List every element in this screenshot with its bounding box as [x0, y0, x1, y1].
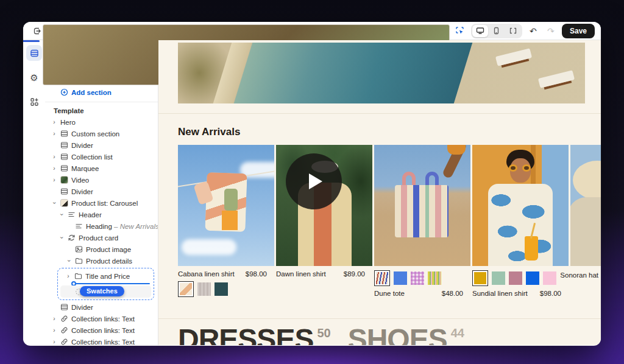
tree-item-divider[interactable]: › Divider: [45, 186, 158, 197]
product-name[interactable]: Dune tote: [374, 290, 405, 297]
swatch-option[interactable]: [543, 271, 556, 285]
chevron-down-icon[interactable]: ›: [58, 212, 65, 218]
tree-item-divider[interactable]: › Divider: [45, 301, 158, 313]
product-name[interactable]: Sundial linen shirt: [472, 290, 528, 297]
product-card-cabana[interactable]: Cabana linen shirt $98.00: [178, 145, 274, 297]
chevron-right-icon[interactable]: ›: [51, 130, 57, 137]
swatch-option[interactable]: [492, 271, 505, 285]
mobile-preview-button[interactable]: [489, 25, 505, 37]
repeat-icon: [68, 234, 76, 242]
desktop-preview-button[interactable]: [472, 25, 488, 37]
tree-item-custom-section[interactable]: › Custom section: [45, 128, 158, 139]
tree-item-product-details[interactable]: › Product details: [45, 255, 158, 267]
tree-item-swatches-ghost[interactable]: Swatches Swatches: [60, 285, 151, 298]
swatch-option[interactable]: [197, 282, 211, 296]
tree-item-title-and-price[interactable]: › Title and Price: [58, 270, 154, 282]
hero-thumbnail-icon: [45, 40, 158, 85]
mobile-icon: [492, 27, 500, 35]
tree-item-video[interactable]: › Video: [45, 174, 158, 186]
swatch-row: [178, 281, 274, 297]
product-name[interactable]: Dawn linen shirt: [276, 270, 326, 278]
tree-item-heading[interactable]: › Heading – New Arrivals: [45, 220, 158, 232]
fullscreen-preview-button[interactable]: [505, 25, 521, 37]
gear-icon: ⚙: [30, 73, 38, 82]
heading-detail: – New Arrivals: [114, 223, 158, 230]
chevron-down-icon[interactable]: ›: [58, 235, 65, 241]
chevron-right-icon[interactable]: ›: [51, 315, 57, 322]
section-icon: [60, 141, 68, 149]
swatch-option[interactable]: [214, 282, 228, 296]
product-image-dune[interactable]: [374, 145, 470, 266]
collection-count: 50: [317, 326, 330, 340]
swatch-option[interactable]: [509, 271, 522, 285]
section-icon: [60, 130, 68, 138]
drag-cursor-pill: Swatches: [80, 286, 124, 296]
theme-settings-button[interactable]: ⚙: [26, 69, 42, 85]
tree-item-collection-list[interactable]: › Collection list: [45, 151, 158, 163]
product-card-dune[interactable]: Dune tote $48.00: [374, 145, 470, 297]
chevron-down-icon[interactable]: ›: [66, 258, 73, 264]
section-divider: [158, 318, 601, 319]
chevron-right-icon[interactable]: ›: [51, 327, 57, 334]
product-card-sundial[interactable]: Sundial linen shirt $98.00: [472, 145, 569, 297]
redo-button[interactable]: ↷: [544, 24, 558, 38]
product-image-sundial[interactable]: [472, 145, 569, 266]
app-blocks-button[interactable]: [26, 94, 42, 110]
chevron-right-icon[interactable]: ›: [65, 273, 71, 279]
chevron-down-icon[interactable]: ›: [51, 200, 58, 206]
tree-item-product-image[interactable]: › Product image: [45, 243, 158, 255]
drop-target-zone: › Title and Price Swatches: [57, 268, 154, 300]
product-image-cabana[interactable]: [178, 145, 274, 266]
tree-item-collection-links-3[interactable]: › Collection links: Text: [45, 336, 158, 345]
save-button[interactable]: Save: [562, 24, 595, 38]
swatch-option[interactable]: [428, 271, 441, 285]
swatch-option[interactable]: [472, 270, 488, 286]
product-price: $48.00: [442, 290, 463, 297]
collection-link-shoes[interactable]: SHOES: [348, 323, 447, 345]
inspector-button[interactable]: [453, 24, 467, 38]
collection-link-dresses[interactable]: DRESSES: [178, 323, 313, 345]
chevron-right-icon[interactable]: ›: [51, 165, 57, 172]
product-price: $98.00: [540, 290, 561, 297]
video-thumbnail-icon: [60, 176, 68, 184]
swatch-option[interactable]: [526, 271, 539, 285]
product-name[interactable]: Cabana linen shirt: [178, 270, 235, 278]
tree-item-collection-links-2[interactable]: › Collection links: Text: [45, 324, 158, 336]
swatch-option[interactable]: [374, 270, 390, 286]
exit-editor-button[interactable]: [30, 24, 44, 38]
chevron-right-icon[interactable]: ›: [51, 338, 57, 345]
tree-item-carousel-header[interactable]: › Header: [45, 209, 158, 220]
chevron-right-icon[interactable]: ›: [51, 153, 57, 160]
product-name[interactable]: Sonoran hat: [560, 271, 598, 279]
play-icon: [309, 173, 322, 189]
tree-item-product-card[interactable]: › Product card: [45, 232, 158, 243]
swatch-option[interactable]: [394, 271, 407, 285]
video-play-button[interactable]: [286, 153, 342, 209]
link-icon: [60, 326, 68, 334]
apps-grid-icon: [30, 97, 39, 107]
section-icon: [60, 164, 68, 172]
sections-panel-button[interactable]: [26, 45, 42, 61]
section-icon: [60, 303, 68, 311]
tree-item-hero[interactable]: › Hero: [45, 116, 158, 128]
tree-item-divider[interactable]: › Divider: [45, 139, 158, 151]
swatch-option[interactable]: [178, 281, 194, 297]
add-section-button[interactable]: Add section: [45, 86, 158, 98]
tree-item-marquee[interactable]: › Marquee: [45, 163, 158, 174]
product-card-sonoran[interactable]: [570, 145, 601, 266]
undo-button[interactable]: ↶: [526, 24, 540, 38]
swatch-row: [374, 270, 470, 286]
tree-item-product-list-carousel[interactable]: › Product list: Carousel: [45, 197, 158, 209]
inspector-cursor-icon: [455, 26, 464, 35]
tree-item-collection-links-1[interactable]: › Collection links: Text: [45, 313, 158, 324]
chevron-right-icon[interactable]: ›: [51, 119, 57, 125]
swatch-option[interactable]: [411, 271, 424, 285]
text-align-icon: [68, 211, 76, 219]
chevron-right-icon[interactable]: ›: [51, 177, 57, 183]
product-image-sonoran[interactable]: [570, 145, 601, 266]
hero-pool-image[interactable]: [178, 43, 585, 103]
template-group-label: Template: [45, 102, 158, 116]
section-icon: [60, 153, 68, 161]
folder-icon: [74, 272, 82, 280]
link-icon: [60, 315, 68, 323]
